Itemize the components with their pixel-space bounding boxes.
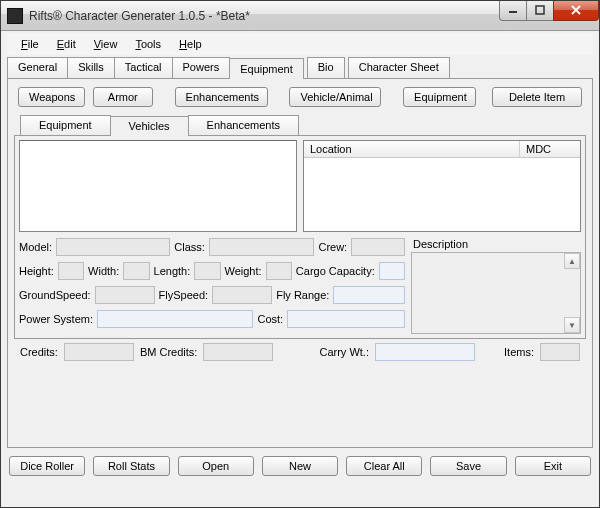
category-buttons: Weapons Armor Enhancements Vehicle/Anima… — [14, 85, 586, 113]
input-flyspeed[interactable] — [212, 286, 272, 304]
description-scrollbar[interactable]: ▲ ▼ — [564, 253, 580, 333]
equipment-button[interactable]: Equipment — [403, 87, 476, 107]
minimize-button[interactable] — [499, 1, 527, 21]
enhancements-button[interactable]: Enhancements — [175, 87, 268, 107]
label-weight: Weight: — [225, 265, 262, 277]
svg-rect-1 — [536, 6, 544, 14]
menu-view[interactable]: View — [86, 36, 126, 52]
label-crew: Crew: — [318, 241, 347, 253]
credits-row: Credits: BM Credits: Carry Wt.: Items: — [14, 339, 586, 365]
open-button[interactable]: Open — [178, 456, 254, 476]
input-items[interactable] — [540, 343, 580, 361]
weapons-button[interactable]: Weapons — [18, 87, 85, 107]
new-button[interactable]: New — [262, 456, 338, 476]
label-credits: Credits: — [20, 346, 58, 358]
menu-tools[interactable]: Tools — [127, 36, 169, 52]
location-mdc-table[interactable]: Location MDC — [303, 140, 581, 232]
window-controls — [500, 1, 599, 21]
label-powersystem: Power System: — [19, 313, 93, 325]
input-cost[interactable] — [287, 310, 405, 328]
tab-equipment[interactable]: Equipment — [229, 58, 304, 79]
tab-skills[interactable]: Skills — [67, 57, 115, 78]
table-header: Location MDC — [304, 141, 580, 158]
label-description: Description — [411, 238, 581, 252]
input-height[interactable] — [58, 262, 84, 280]
tab-tactical[interactable]: Tactical — [114, 57, 173, 78]
label-flyrange: Fly Range: — [276, 289, 329, 301]
label-groundspeed: GroundSpeed: — [19, 289, 91, 301]
label-model: Model: — [19, 241, 52, 253]
vehicle-form: Model: Class: Crew: Height: Width: Lengt… — [19, 238, 405, 334]
app-window: Rifts® Character Generater 1.0.5 - *Beta… — [0, 0, 600, 508]
menubar: File Edit View Tools Help — [7, 33, 593, 55]
subtab-equipment[interactable]: Equipment — [20, 115, 111, 135]
scroll-up-icon[interactable]: ▲ — [564, 253, 580, 269]
clear-all-button[interactable]: Clear All — [346, 456, 422, 476]
input-credits[interactable] — [64, 343, 134, 361]
label-cost: Cost: — [257, 313, 283, 325]
input-flyrange[interactable] — [333, 286, 405, 304]
roll-stats-button[interactable]: Roll Stats — [93, 456, 169, 476]
input-width[interactable] — [123, 262, 149, 280]
input-length[interactable] — [194, 262, 220, 280]
col-location[interactable]: Location — [304, 141, 520, 157]
label-cargo: Cargo Capacity: — [296, 265, 375, 277]
main-tabs: General Skills Tactical Powers Equipment… — [7, 57, 593, 78]
vehicles-panel: Location MDC Model: Class: Crew: — [14, 135, 586, 339]
vehicle-list[interactable] — [19, 140, 297, 232]
menu-file[interactable]: File — [13, 36, 47, 52]
sub-tabs: Equipment Vehicles Enhancements — [20, 115, 586, 135]
input-class[interactable] — [209, 238, 315, 256]
menu-help[interactable]: Help — [171, 36, 210, 52]
app-icon — [7, 8, 23, 24]
input-weight[interactable] — [266, 262, 292, 280]
description-box[interactable]: ▲ ▼ — [411, 252, 581, 334]
label-class: Class: — [174, 241, 205, 253]
label-width: Width: — [88, 265, 119, 277]
input-groundspeed[interactable] — [95, 286, 155, 304]
menu-edit[interactable]: Edit — [49, 36, 84, 52]
tab-bio[interactable]: Bio — [307, 57, 345, 78]
input-powersystem[interactable] — [97, 310, 253, 328]
label-items: Items: — [504, 346, 534, 358]
label-flyspeed: FlySpeed: — [159, 289, 209, 301]
input-model[interactable] — [56, 238, 170, 256]
save-button[interactable]: Save — [430, 456, 506, 476]
input-bmcredits[interactable] — [203, 343, 273, 361]
maximize-button[interactable] — [526, 1, 554, 21]
titlebar: Rifts® Character Generater 1.0.5 - *Beta… — [1, 1, 599, 31]
dice-roller-button[interactable]: Dice Roller — [9, 456, 85, 476]
label-bmcredits: BM Credits: — [140, 346, 197, 358]
label-carrywt: Carry Wt.: — [319, 346, 369, 358]
scroll-down-icon[interactable]: ▼ — [564, 317, 580, 333]
footer-buttons: Dice Roller Roll Stats Open New Clear Al… — [1, 452, 599, 484]
input-carrywt[interactable] — [375, 343, 475, 361]
label-height: Height: — [19, 265, 54, 277]
vehicle-animal-button[interactable]: Vehicle/Animal — [289, 87, 381, 107]
label-length: Length: — [154, 265, 191, 277]
exit-button[interactable]: Exit — [515, 456, 591, 476]
col-mdc[interactable]: MDC — [520, 141, 580, 157]
delete-item-button[interactable]: Delete Item — [492, 87, 582, 107]
tab-powers[interactable]: Powers — [172, 57, 231, 78]
window-title: Rifts® Character Generater 1.0.5 - *Beta… — [29, 9, 500, 23]
tab-character-sheet[interactable]: Character Sheet — [348, 57, 450, 78]
tab-general[interactable]: General — [7, 57, 68, 78]
close-button[interactable] — [553, 1, 599, 21]
input-crew[interactable] — [351, 238, 405, 256]
subtab-vehicles[interactable]: Vehicles — [110, 116, 189, 136]
equipment-panel: Weapons Armor Enhancements Vehicle/Anima… — [7, 78, 593, 448]
armor-button[interactable]: Armor — [93, 87, 153, 107]
subtab-enhancements[interactable]: Enhancements — [188, 115, 299, 135]
input-cargo[interactable] — [379, 262, 405, 280]
